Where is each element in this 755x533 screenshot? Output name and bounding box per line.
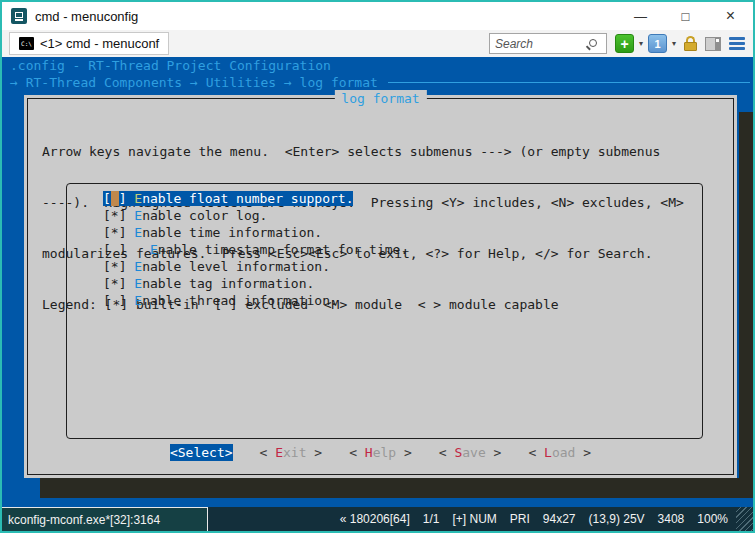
dialog-button-save[interactable]: < Save > xyxy=(439,444,502,461)
dialog-button-exit[interactable]: < Exit > xyxy=(260,444,323,461)
status-fields: « 180206[64]1/1[+] NUMPRI94x27(13,9) 25V… xyxy=(340,512,728,526)
tab-bar: C:\ <1> cmd - menuconf + ▾ 1 ▾ xyxy=(2,30,753,57)
close-button[interactable]: × xyxy=(708,2,753,30)
conemu-logo-icon xyxy=(11,8,27,24)
new-console-button[interactable]: + xyxy=(615,34,634,53)
menu-icon[interactable] xyxy=(729,37,745,50)
window-dropdown-icon[interactable]: ▾ xyxy=(672,39,676,48)
menu-item[interactable]: [*] Enable time information. xyxy=(103,224,408,241)
dialog-title: log format xyxy=(334,90,426,107)
close-icon: × xyxy=(726,7,735,25)
search-icon[interactable] xyxy=(589,39,597,47)
maximize-button[interactable]: □ xyxy=(663,2,708,30)
status-bar: kconfig-mconf.exe*[32]:3164 « 180206[64]… xyxy=(2,507,753,531)
cmd-icon: C:\ xyxy=(19,37,34,50)
menu-items: [ ] Enable float number support.[*] Enab… xyxy=(103,190,408,309)
plus-icon: + xyxy=(620,36,628,52)
search-input[interactable] xyxy=(490,37,584,51)
window-controls: — □ × xyxy=(618,2,753,30)
resize-grip[interactable] xyxy=(736,507,753,531)
minimize-icon: — xyxy=(634,9,647,24)
breadcrumb-rule xyxy=(388,82,750,83)
dialog-shadow-right xyxy=(739,112,753,498)
tab-label: <1> cmd - menuconf xyxy=(40,36,159,51)
status-field: 3408 xyxy=(658,512,685,526)
menu-list: [ ] Enable float number support.[*] Enab… xyxy=(66,183,703,439)
status-field: 100% xyxy=(697,512,728,526)
minimize-button[interactable]: — xyxy=(618,2,663,30)
new-console-dropdown-icon[interactable]: ▾ xyxy=(639,39,643,48)
menu-item[interactable]: [ ] Enable float number support. xyxy=(103,190,408,207)
tab-cmd-menuconf[interactable]: C:\ <1> cmd - menuconf xyxy=(9,32,169,55)
title-bar: cmd - menuconfig — □ × xyxy=(2,2,753,30)
menu-item[interactable]: [ ] Enable thread information. xyxy=(103,292,408,309)
terminal: .config - RT-Thread Project Configuratio… xyxy=(2,57,753,507)
dialog-buttons: <Select>< Exit >< Help >< Save >< Load > xyxy=(24,444,737,461)
dialog-button-load[interactable]: < Load > xyxy=(528,444,591,461)
config-header: .config - RT-Thread Project Configuratio… xyxy=(2,57,753,74)
status-field: [+] NUM xyxy=(452,512,496,526)
menu-item[interactable]: [*] Enable tag information. xyxy=(103,275,408,292)
status-field: « 180206[64] xyxy=(340,512,410,526)
toolbar: + ▾ 1 ▾ xyxy=(489,33,753,54)
lock-icon[interactable] xyxy=(684,36,697,51)
menu-item[interactable]: [*] Enable level information. xyxy=(103,258,408,275)
status-field: PRI xyxy=(510,512,530,526)
dialog-button-help[interactable]: < Help > xyxy=(349,444,412,461)
menu-item[interactable]: [ ] Enable timestamp format for time. xyxy=(103,241,408,258)
window-number-button[interactable]: 1 xyxy=(648,34,667,53)
dialog-button-select[interactable]: <Select> xyxy=(170,444,233,461)
conemu-window: cmd - menuconfig — □ × C:\ <1> cmd - men… xyxy=(0,0,755,533)
dialog-shadow-bottom xyxy=(40,478,753,498)
breadcrumb: → RT-Thread Components → Utilities → log… xyxy=(2,74,753,91)
status-field: 1/1 xyxy=(423,512,440,526)
menuconfig-dialog: log format Arrow keys navigate the menu.… xyxy=(24,95,737,478)
active-process[interactable]: kconfig-mconf.exe*[32]:3164 xyxy=(2,507,208,531)
maximize-icon: □ xyxy=(682,9,690,24)
window-title: cmd - menuconfig xyxy=(35,9,138,24)
panes-icon[interactable] xyxy=(705,37,721,51)
window-number-label: 1 xyxy=(654,38,660,50)
menu-item[interactable]: [*] Enable color log. xyxy=(103,207,408,224)
status-field: 94x27 xyxy=(543,512,576,526)
search-box xyxy=(489,33,607,54)
status-field: (13,9) 25V xyxy=(589,512,645,526)
